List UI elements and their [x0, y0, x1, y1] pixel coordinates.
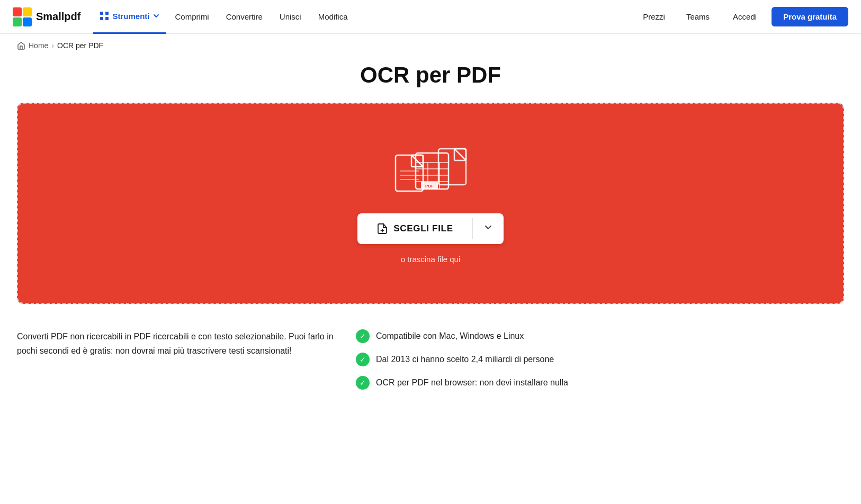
navbar-right: Prezzi Teams Accedi Prova gratuita: [634, 7, 848, 26]
logo-icon: [13, 7, 32, 26]
strumenti-chevron-icon: [153, 12, 160, 20]
brand-name: Smallpdf: [36, 11, 80, 23]
file-plus-icon: [376, 223, 388, 235]
file-btn-row: SCEGLI FILE: [357, 213, 503, 244]
info-description: Converti PDF non ricercabili in PDF rice…: [17, 329, 335, 358]
info-text: Converti PDF non ricercabili in PDF rice…: [17, 329, 335, 358]
nav-strumenti[interactable]: Strumenti: [93, 0, 166, 34]
nav-modifica[interactable]: Modifica: [310, 0, 356, 34]
svg-rect-7: [105, 17, 109, 20]
svg-rect-1: [23, 7, 32, 16]
check-icon-1: ✓: [356, 353, 370, 366]
nav-teams[interactable]: Teams: [678, 12, 718, 21]
svg-rect-0: [13, 7, 22, 16]
navbar: Smallpdf Strumenti Comprimi Convertire U…: [0, 0, 861, 34]
choose-file-button[interactable]: SCEGLI FILE: [357, 213, 472, 244]
grid-icon: [100, 11, 109, 21]
prova-gratuita-button[interactable]: Prova gratuita: [772, 7, 848, 26]
page-title: OCR per PDF: [0, 62, 861, 88]
feature-item-2: ✓ OCR per PDF nel browser: non devi inst…: [356, 376, 844, 390]
drag-text: o trascina file qui: [401, 255, 461, 264]
nav-convertire[interactable]: Convertire: [218, 0, 271, 34]
file-options-button[interactable]: [473, 213, 504, 244]
feature-text-0: Compatibile con Mac, Windows e Linux: [376, 331, 524, 341]
breadcrumb-separator: ›: [51, 41, 54, 50]
feature-text-2: OCR per PDF nel browser: non devi instal…: [376, 378, 568, 388]
dropzone[interactable]: PDF SCEGLI FILE: [17, 103, 844, 304]
breadcrumb: Home › OCR per PDF: [0, 34, 861, 57]
svg-text:PDF: PDF: [425, 184, 434, 188]
svg-rect-2: [13, 17, 22, 26]
chevron-down-icon: [483, 223, 493, 232]
svg-rect-19: [396, 155, 423, 191]
nav-unisci[interactable]: Unisci: [271, 0, 310, 34]
nav-prezzi[interactable]: Prezzi: [634, 12, 674, 21]
svg-rect-4: [100, 12, 103, 15]
info-section: Converti PDF non ricercabili in PDF rice…: [0, 304, 861, 411]
choose-file-label: SCEGLI FILE: [393, 223, 453, 234]
feature-item-1: ✓ Dal 2013 ci hanno scelto 2,4 miliardi …: [356, 353, 844, 366]
page-title-section: OCR per PDF: [0, 57, 861, 103]
home-icon: [17, 41, 25, 50]
feature-item-0: ✓ Compatibile con Mac, Windows e Linux: [356, 329, 844, 343]
logo-link[interactable]: Smallpdf: [13, 7, 80, 26]
svg-rect-8: [438, 149, 466, 185]
pdf-icon-group: PDF: [388, 143, 473, 199]
svg-rect-5: [105, 12, 109, 15]
strumenti-label: Strumenti: [112, 12, 149, 21]
nav-comprimi[interactable]: Comprimi: [166, 0, 217, 34]
svg-rect-6: [100, 17, 103, 20]
breadcrumb-home[interactable]: Home: [29, 41, 48, 50]
feature-text-1: Dal 2013 ci hanno scelto 2,4 miliardi di…: [376, 355, 554, 364]
breadcrumb-current: OCR per PDF: [57, 41, 103, 50]
check-icon-2: ✓: [356, 376, 370, 390]
check-icon-0: ✓: [356, 329, 370, 343]
accedi-button[interactable]: Accedi: [722, 8, 767, 25]
svg-rect-3: [23, 17, 32, 26]
features-list: ✓ Compatibile con Mac, Windows e Linux ✓…: [356, 329, 844, 390]
